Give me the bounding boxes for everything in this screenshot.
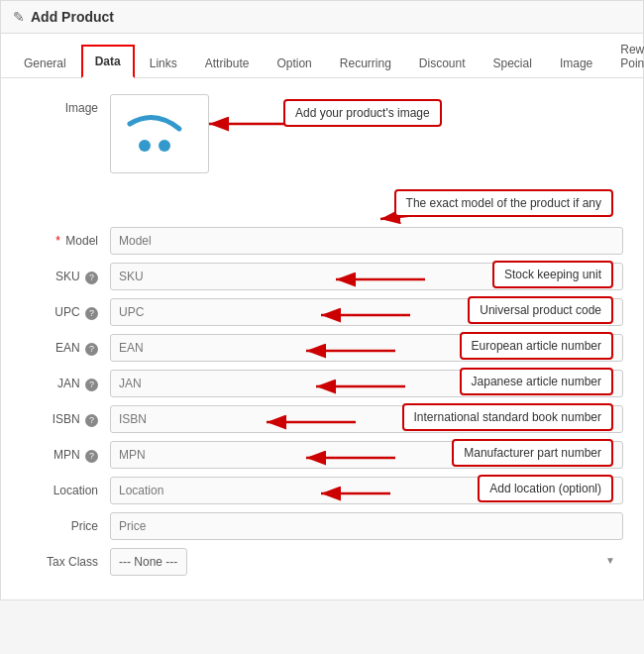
jan-arrow <box>311 372 410 401</box>
tab-data[interactable]: Data <box>81 45 135 78</box>
tooltip-isbn: International standard book number <box>402 403 613 431</box>
tab-option[interactable]: Option <box>264 48 324 78</box>
tooltip-mpn: Manufacturer part number <box>452 439 613 467</box>
tax-class-select-wrapper: --- None --- <box>110 548 623 576</box>
upc-row: UPC ? Universal product code <box>21 298 623 326</box>
isbn-row: ISBN ? International standard book numbe… <box>21 405 623 433</box>
svg-point-1 <box>159 140 170 152</box>
upc-arrow <box>316 300 415 330</box>
price-label: Price <box>21 512 110 533</box>
jan-label: JAN ? <box>21 370 110 391</box>
jan-info-icon[interactable]: ? <box>85 379 98 391</box>
location-arrow <box>316 479 395 508</box>
tab-general[interactable]: General <box>11 48 79 78</box>
model-row: * Model <box>21 227 623 255</box>
tab-links[interactable]: Links <box>137 48 190 78</box>
mpn-label: MPN ? <box>21 441 110 463</box>
ean-info-icon[interactable]: ? <box>85 343 98 356</box>
upc-info-icon[interactable]: ? <box>85 307 98 320</box>
pencil-icon: ✎ <box>13 9 25 25</box>
page-title: Add Product <box>31 9 114 25</box>
location-label: Location <box>21 477 110 497</box>
tooltip-model: The exact model of the product if any <box>394 189 613 217</box>
sku-label: SKU ? <box>21 263 110 284</box>
svg-point-0 <box>139 140 151 152</box>
tax-class-label: Tax Class <box>21 548 110 569</box>
mpn-arrow <box>301 443 400 473</box>
image-box[interactable] <box>110 94 209 173</box>
image-arrow <box>204 104 293 144</box>
model-input[interactable] <box>110 227 623 255</box>
isbn-arrow <box>262 407 361 437</box>
sku-row: SKU ? Stock keeping unit <box>21 263 623 290</box>
upc-label: UPC ? <box>21 298 110 320</box>
tabs-bar: General Data Links Attribute Option Recu… <box>1 34 643 78</box>
isbn-info-icon[interactable]: ? <box>85 414 98 427</box>
image-label: Image <box>21 94 110 115</box>
tooltip-image: Add your product's image <box>283 99 442 127</box>
tooltip-sku: Stock keeping unit <box>492 261 613 288</box>
price-row: Price <box>21 512 623 540</box>
sku-info-icon[interactable]: ? <box>85 272 98 284</box>
tab-special[interactable]: Special <box>481 48 545 78</box>
image-row: Image <box>21 94 623 173</box>
ean-label: EAN ? <box>21 334 110 356</box>
isbn-label: ISBN ? <box>21 405 110 427</box>
location-row: Location Add location (optionl) <box>21 477 623 504</box>
tax-class-row: Tax Class --- None --- <box>21 548 623 576</box>
mpn-info-icon[interactable]: ? <box>85 450 98 463</box>
tax-class-select[interactable]: --- None --- <box>110 548 187 576</box>
page-header: ✎ Add Product <box>1 1 643 34</box>
main-content: Image <box>1 78 643 600</box>
mpn-row: MPN ? Manufacturer part number <box>21 441 623 469</box>
tab-image[interactable]: Image <box>547 48 605 78</box>
product-image-placeholder <box>120 104 199 164</box>
tab-recurring[interactable]: Recurring <box>327 48 404 78</box>
jan-row: JAN ? Japanese article number <box>21 370 623 397</box>
tooltip-jan: Japanese article number <box>460 368 613 395</box>
tab-attribute[interactable]: Attribute <box>192 48 263 78</box>
price-input[interactable] <box>110 512 623 540</box>
sku-arrow <box>331 265 430 294</box>
tab-reward-points[interactable]: Reward Points <box>607 34 644 78</box>
tooltip-upc: Universal product code <box>468 296 613 324</box>
tooltip-location: Add location (optionl) <box>478 475 613 502</box>
model-label: * Model <box>21 227 110 248</box>
ean-arrow <box>301 336 400 366</box>
tooltip-ean: European article number <box>460 332 613 360</box>
ean-row: EAN ? European article number <box>21 334 623 362</box>
page-wrapper: ✎ Add Product General Data Links Attribu… <box>0 0 644 600</box>
tab-discount[interactable]: Discount <box>406 48 479 78</box>
